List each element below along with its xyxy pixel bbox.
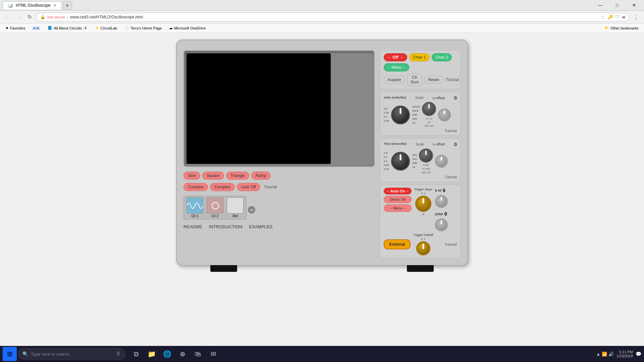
extension-icon-2[interactable]: 🛡 <box>615 14 620 19</box>
mail-button[interactable]: ✉ <box>207 347 220 361</box>
reset-button[interactable]: Reset- <box>424 76 443 84</box>
readme-link[interactable]: README <box>183 224 202 229</box>
off-button[interactable]: ← Off → <box>384 53 407 61</box>
volts-knob[interactable] <box>391 106 410 124</box>
oscilloscope-instrument: Sine Square Triangle Ramp Complex Comple… <box>176 40 468 266</box>
user-off-button[interactable]: User Off <box>237 183 260 191</box>
volts-scale-title: Scale <box>415 96 424 100</box>
taskbar-search[interactable]: 🔍 Type here to search 🎙 <box>18 348 125 360</box>
onedrive-icon: ☁ <box>169 26 173 30</box>
ch1-display: Ch 1 <box>185 197 205 218</box>
taskbar-time-display[interactable]: 5:11 PM 1/23/2018 <box>616 350 633 358</box>
store-button[interactable]: 🛍 <box>191 347 205 361</box>
forward-button[interactable]: → <box>14 13 23 21</box>
file-explorer-button[interactable]: 📁 <box>145 347 158 361</box>
bookmark-star-icon[interactable]: ☆ <box>601 14 605 20</box>
restore-button[interactable]: □ <box>610 1 625 10</box>
ch1-screen <box>186 197 203 214</box>
title-bar: 📊 HTML Oscilloscope ✕ + — □ ✕ <box>0 0 644 11</box>
slope-title: Trigger Slope <box>414 188 432 191</box>
edge-button[interactable]: 🌐 <box>160 347 174 361</box>
back-button[interactable]: ← <box>3 13 12 21</box>
chrome-button[interactable]: ⊕ <box>176 347 189 361</box>
pulse-knob[interactable] <box>435 219 448 231</box>
examples-link[interactable]: EXAMPLES <box>249 224 272 229</box>
x-offset-knob[interactable] <box>435 155 448 168</box>
folder-icon: 📁 <box>604 26 609 30</box>
auto-on-button[interactable]: ←Auto On→ <box>384 188 412 194</box>
extension-icon-3[interactable]: ◀ <box>622 14 625 19</box>
volts-scale-knob[interactable] <box>422 102 436 116</box>
nav-bar: ← → ↻ 🔒 Not secure | www.ced3.net/HTMLO/… <box>0 11 644 23</box>
minimize-button[interactable]: — <box>593 1 608 10</box>
clr-scrn-button[interactable]: Clr Scrn <box>407 73 423 86</box>
start-button[interactable]: ⊞ <box>3 347 17 361</box>
trigger-section: ←Auto On→ Demo Off ←Menu→ Trigger Slope … <box>380 185 461 258</box>
chan1-button[interactable]: Chan 1 <box>409 53 430 61</box>
new-tab-button[interactable]: + <box>63 1 72 10</box>
signal-tutorial-label: Tutorial <box>264 185 277 189</box>
volume-icon[interactable]: 🔊 <box>608 352 614 357</box>
notification-button[interactable]: 💬 <box>636 351 641 357</box>
y-offset-label: y-offset <box>433 96 445 100</box>
bookmark-circuitlab[interactable]: ⚡ CircuitLab <box>92 25 120 31</box>
tray-up-arrow[interactable]: ▲ <box>596 352 600 357</box>
url-bar[interactable]: 🔒 Not secure | www.ced3.net/HTMLO/Oscill… <box>36 13 629 21</box>
trlvl-knob[interactable] <box>435 195 448 208</box>
time-scale-knob[interactable] <box>419 148 433 163</box>
chan2-button[interactable]: Chan 2 <box>432 53 452 61</box>
ch2-label: Ch 2 <box>211 214 218 218</box>
bookmark-all-about-circuits[interactable]: 📘 All About Circuits : F <box>45 25 90 31</box>
svg-point-0 <box>212 202 219 209</box>
ch2-display: Ch 2 <box>205 197 225 218</box>
complex-button-1[interactable]: Complex <box>183 183 208 191</box>
sine-button[interactable]: Sine <box>183 172 200 180</box>
close-button[interactable]: ✕ <box>627 1 641 10</box>
x-offset-value: 0 <box>454 141 457 147</box>
external-button[interactable]: External <box>384 239 411 249</box>
bookmark-other[interactable]: 📁 Other bookmarks <box>602 25 641 31</box>
bookmark-terrys-home[interactable]: 📄 Terry's Home Page <box>122 25 164 31</box>
tab-close-button[interactable]: ✕ <box>53 3 56 8</box>
file-explorer-icon: 📁 <box>148 350 156 358</box>
complex-button-2[interactable]: Complex <box>210 183 234 191</box>
bookmark-onedrive[interactable]: ☁ Microsoft OneDrive <box>166 25 208 31</box>
trigger-slope-knob[interactable] <box>415 196 431 212</box>
home-icon: 📄 <box>124 26 129 30</box>
network-icon[interactable]: 📶 <box>602 352 607 357</box>
acquire-button[interactable]: Acquire <box>384 76 405 84</box>
bookmarks-bar: ★ Favorites AOL 📘 All About Circuits : F… <box>0 23 644 33</box>
square-button[interactable]: Square <box>202 172 224 180</box>
time-mult-labels: x100 x5 x50 x20 x10 <box>421 163 431 175</box>
trigger-menu-button[interactable]: ←Menu→ <box>384 204 412 212</box>
refresh-button[interactable]: ↻ <box>25 12 34 21</box>
introduction-link[interactable]: INTRODUCTION <box>209 224 243 229</box>
demo-off-button[interactable]: Demo Off <box>384 196 412 203</box>
aol-icon: AOL <box>33 26 40 30</box>
mic-icon[interactable]: 🎙 <box>116 351 121 357</box>
browser-tab[interactable]: 📊 HTML Oscilloscope ✕ <box>3 1 61 9</box>
ramp-button[interactable]: Ramp <box>251 172 271 180</box>
extension-icon-1[interactable]: 🔑 <box>608 14 613 19</box>
menu-button-top[interactable]: ←Menu→ <box>384 63 409 71</box>
trigger-slope-area: Trigger Slope 0 1 0 <box>414 188 432 216</box>
triangle-button[interactable]: Triangle <box>226 172 249 180</box>
y-offset-value: 0 <box>454 95 457 101</box>
holdoff-row: External Trigger Holdoff 0 1 Tutorial <box>384 233 457 255</box>
holdoff-nums: 0 1 <box>421 237 425 241</box>
trlvl-label: tr-lvl <box>435 189 441 192</box>
n-button[interactable]: -n- <box>248 206 255 214</box>
x-offset-label: x-offset <box>433 142 445 146</box>
y-offset-knob[interactable] <box>438 109 451 121</box>
menu-button[interactable]: ⋮ <box>631 12 641 22</box>
holdoff-knob[interactable] <box>416 241 430 255</box>
time-knob[interactable] <box>391 152 410 171</box>
taskbar: ⊞ 🔍 Type here to search 🎙 ⧉ 📁 🌐 ⊕ 🛍 <box>0 346 644 362</box>
bookmark-favorites[interactable]: ★ Favorites <box>3 25 28 31</box>
clock-date: 1/23/2018 <box>616 354 633 358</box>
taskbar-icons: ⧉ 📁 🌐 ⊕ 🛍 ✉ <box>129 347 220 361</box>
ch1-waveform-svg <box>187 198 204 214</box>
windows-icon: ⊞ <box>7 350 13 358</box>
task-view-button[interactable]: ⧉ <box>129 347 143 361</box>
bookmark-aol[interactable]: AOL <box>30 25 43 31</box>
